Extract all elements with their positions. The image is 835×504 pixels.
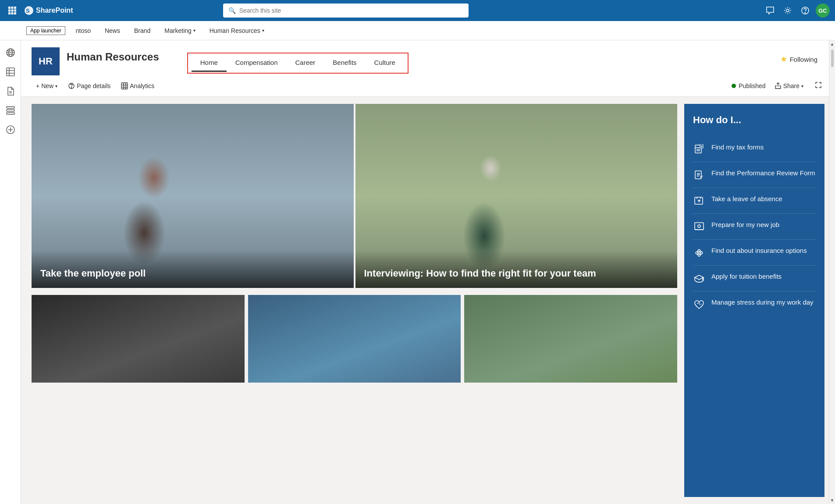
svg-rect-5 — [14, 10, 16, 12]
new-job-icon — [693, 221, 705, 233]
svg-rect-8 — [14, 12, 16, 14]
hero-item-left[interactable]: Take the employee poll — [32, 104, 354, 288]
how-do-i-panel: How do I... Find my tax forms — [684, 104, 824, 497]
waffle-menu-button[interactable] — [5, 4, 19, 18]
nav-item-ntoso[interactable]: ntoso — [69, 21, 98, 40]
new-button[interactable]: + New ▾ — [32, 80, 62, 92]
tab-compensation[interactable]: Compensation — [227, 54, 287, 72]
performance-review-label: Find the Performance Review Form — [711, 168, 815, 177]
svg-rect-4 — [11, 10, 14, 12]
svg-rect-33 — [121, 83, 128, 89]
card-item-2[interactable] — [248, 295, 461, 383]
panel-title: How do I... — [693, 114, 816, 126]
nav-item-marketing[interactable]: Marketing ▾ — [157, 21, 202, 40]
tab-home[interactable]: Home — [192, 54, 227, 72]
tax-forms-label: Find my tax forms — [711, 142, 764, 152]
page-details-button[interactable]: Page details — [64, 80, 115, 92]
panel-item-new-job[interactable]: Prepare for my new job — [693, 214, 816, 240]
cards-row — [32, 295, 677, 383]
card-item-1[interactable] — [32, 295, 245, 383]
panel-item-performance-review[interactable]: Find the Performance Review Form — [693, 162, 816, 188]
nav-item-brand[interactable]: Brand — [127, 21, 157, 40]
tab-benefits[interactable]: Benefits — [324, 54, 365, 72]
svg-rect-0 — [8, 7, 11, 9]
published-status: Published — [731, 82, 766, 89]
nav-item-human-resources[interactable]: Human Resources ▾ — [203, 21, 271, 40]
leave-label: Take a leave of absence — [711, 194, 782, 203]
svg-rect-19 — [7, 68, 14, 76]
svg-rect-7 — [11, 12, 14, 14]
tab-career[interactable]: Career — [287, 54, 324, 72]
svg-point-51 — [696, 251, 703, 255]
panel-item-insurance[interactable]: Find out about insurance options — [693, 240, 816, 266]
share-icon — [775, 82, 782, 89]
svg-rect-2 — [14, 7, 16, 9]
sidebar-table-icon[interactable] — [2, 63, 19, 81]
following-label: Following — [790, 56, 817, 63]
page-toolbar: + New ▾ Page details Analytics — [21, 75, 835, 97]
share-chevron-icon: ▾ — [801, 84, 803, 89]
hero-right-caption: Interviewing: How to find the right fit … — [355, 250, 678, 288]
card-item-3[interactable] — [464, 295, 677, 383]
analytics-icon — [121, 82, 128, 89]
leave-icon — [693, 195, 705, 207]
nav-item-news[interactable]: News — [98, 21, 127, 40]
new-job-label: Prepare for my new job — [711, 220, 779, 229]
svg-rect-27 — [7, 113, 14, 114]
search-input[interactable] — [239, 7, 463, 14]
sidebar-globe-icon[interactable] — [2, 44, 19, 61]
panel-item-tax-forms[interactable]: Find my tax forms — [693, 136, 816, 162]
search-icon: 🔍 — [228, 7, 236, 14]
secondary-navigation-bar: App launcher ntoso News Brand Marketing … — [0, 21, 835, 40]
svg-rect-25 — [7, 106, 14, 108]
expand-icon — [815, 82, 822, 89]
insurance-label: Find out about insurance options — [711, 246, 807, 255]
marketing-chevron-icon: ▾ — [193, 28, 195, 33]
share-button[interactable]: Share ▾ — [769, 80, 809, 92]
user-avatar[interactable]: GC — [816, 4, 830, 18]
right-scrollbar: ▲ ▼ — [829, 40, 835, 504]
help-icon-button[interactable] — [798, 4, 812, 18]
page-body: Take the employee poll Interviewing: How… — [21, 97, 835, 504]
svg-point-13 — [805, 12, 806, 13]
panel-item-stress[interactable]: Manage stress during my work day — [693, 291, 816, 317]
app-launcher-button[interactable]: App launcher — [26, 26, 65, 35]
settings-icon-button[interactable] — [781, 4, 795, 18]
human-resources-chevron-icon: ▾ — [262, 28, 264, 33]
tab-culture[interactable]: Culture — [366, 54, 404, 72]
page-details-icon — [68, 82, 75, 89]
scrollbar-thumb[interactable] — [831, 50, 834, 67]
hero-left-caption: Take the employee poll — [32, 250, 354, 288]
tuition-icon — [693, 273, 705, 285]
sharepoint-logo[interactable]: S SharePoint — [25, 6, 73, 15]
left-sidebar — [0, 40, 21, 504]
following-button[interactable]: ★ Following — [773, 51, 824, 67]
published-dot-icon — [731, 83, 737, 89]
search-bar: 🔍 — [223, 4, 469, 18]
tax-forms-icon — [693, 143, 705, 156]
expand-button[interactable] — [812, 79, 824, 93]
chat-icon-button[interactable] — [763, 4, 777, 18]
tuition-label: Apply for tuition benefits — [711, 272, 782, 281]
star-icon: ★ — [780, 54, 787, 64]
sidebar-document-icon[interactable] — [2, 82, 19, 100]
site-title-area: Human Resources — [67, 47, 159, 63]
insurance-icon — [693, 247, 705, 259]
site-title: Human Resources — [67, 51, 159, 63]
panel-item-leave[interactable]: Take a leave of absence — [693, 188, 816, 214]
svg-rect-6 — [8, 12, 11, 14]
toolbar-right: Published Share ▾ — [731, 79, 824, 93]
scroll-down-arrow[interactable]: ▼ — [829, 497, 835, 504]
new-plus-icon: + — [36, 82, 39, 89]
sidebar-add-icon[interactable] — [2, 121, 19, 138]
hero-grid: Take the employee poll Interviewing: How… — [32, 104, 677, 288]
svg-rect-26 — [7, 110, 14, 111]
svg-point-50 — [697, 249, 701, 256]
sidebar-list-icon[interactable] — [2, 102, 19, 119]
hero-item-right[interactable]: Interviewing: How to find the right fit … — [355, 104, 678, 288]
scroll-up-arrow[interactable]: ▲ — [829, 40, 835, 48]
svg-text:S: S — [26, 7, 30, 14]
analytics-button[interactable]: Analytics — [117, 80, 159, 92]
top-navigation-bar: S SharePoint 🔍 GC — [0, 0, 835, 21]
panel-item-tuition[interactable]: Apply for tuition benefits — [693, 266, 816, 291]
